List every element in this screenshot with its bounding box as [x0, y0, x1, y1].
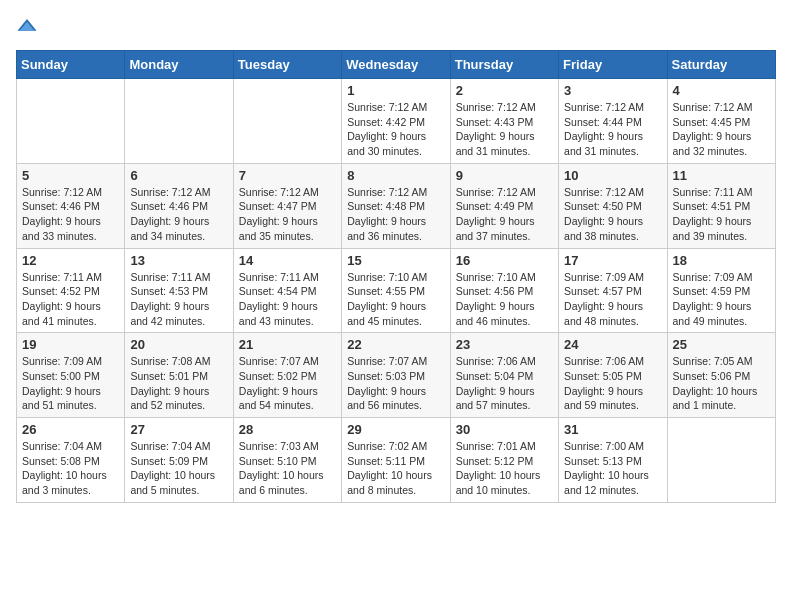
- day-number: 20: [130, 337, 227, 352]
- calendar-cell: 22Sunrise: 7:07 AM Sunset: 5:03 PM Dayli…: [342, 333, 450, 418]
- day-number: 30: [456, 422, 553, 437]
- day-info: Sunrise: 7:05 AM Sunset: 5:06 PM Dayligh…: [673, 354, 770, 413]
- calendar-cell: 16Sunrise: 7:10 AM Sunset: 4:56 PM Dayli…: [450, 248, 558, 333]
- day-number: 17: [564, 253, 661, 268]
- day-number: 27: [130, 422, 227, 437]
- calendar-cell: 4Sunrise: 7:12 AM Sunset: 4:45 PM Daylig…: [667, 79, 775, 164]
- column-header-monday: Monday: [125, 51, 233, 79]
- column-header-thursday: Thursday: [450, 51, 558, 79]
- day-number: 21: [239, 337, 336, 352]
- calendar-cell: 12Sunrise: 7:11 AM Sunset: 4:52 PM Dayli…: [17, 248, 125, 333]
- day-number: 14: [239, 253, 336, 268]
- day-info: Sunrise: 7:12 AM Sunset: 4:46 PM Dayligh…: [130, 185, 227, 244]
- calendar-cell: 18Sunrise: 7:09 AM Sunset: 4:59 PM Dayli…: [667, 248, 775, 333]
- day-info: Sunrise: 7:06 AM Sunset: 5:04 PM Dayligh…: [456, 354, 553, 413]
- calendar-week-2: 5Sunrise: 7:12 AM Sunset: 4:46 PM Daylig…: [17, 163, 776, 248]
- calendar-cell: 14Sunrise: 7:11 AM Sunset: 4:54 PM Dayli…: [233, 248, 341, 333]
- logo: [16, 16, 38, 38]
- calendar-cell: 13Sunrise: 7:11 AM Sunset: 4:53 PM Dayli…: [125, 248, 233, 333]
- calendar-cell: 24Sunrise: 7:06 AM Sunset: 5:05 PM Dayli…: [559, 333, 667, 418]
- day-info: Sunrise: 7:01 AM Sunset: 5:12 PM Dayligh…: [456, 439, 553, 498]
- day-info: Sunrise: 7:09 AM Sunset: 4:57 PM Dayligh…: [564, 270, 661, 329]
- calendar-cell: [17, 79, 125, 164]
- day-number: 29: [347, 422, 444, 437]
- day-number: 7: [239, 168, 336, 183]
- calendar-cell: 3Sunrise: 7:12 AM Sunset: 4:44 PM Daylig…: [559, 79, 667, 164]
- day-number: 28: [239, 422, 336, 437]
- day-info: Sunrise: 7:11 AM Sunset: 4:53 PM Dayligh…: [130, 270, 227, 329]
- day-info: Sunrise: 7:02 AM Sunset: 5:11 PM Dayligh…: [347, 439, 444, 498]
- calendar-cell: 29Sunrise: 7:02 AM Sunset: 5:11 PM Dayli…: [342, 418, 450, 503]
- day-number: 8: [347, 168, 444, 183]
- calendar-cell: [233, 79, 341, 164]
- calendar-cell: 30Sunrise: 7:01 AM Sunset: 5:12 PM Dayli…: [450, 418, 558, 503]
- column-header-friday: Friday: [559, 51, 667, 79]
- calendar-table: SundayMondayTuesdayWednesdayThursdayFrid…: [16, 50, 776, 503]
- calendar-cell: 5Sunrise: 7:12 AM Sunset: 4:46 PM Daylig…: [17, 163, 125, 248]
- calendar-cell: 21Sunrise: 7:07 AM Sunset: 5:02 PM Dayli…: [233, 333, 341, 418]
- day-number: 5: [22, 168, 119, 183]
- day-info: Sunrise: 7:07 AM Sunset: 5:02 PM Dayligh…: [239, 354, 336, 413]
- day-info: Sunrise: 7:06 AM Sunset: 5:05 PM Dayligh…: [564, 354, 661, 413]
- day-number: 6: [130, 168, 227, 183]
- page-header: [16, 16, 776, 38]
- calendar-week-3: 12Sunrise: 7:11 AM Sunset: 4:52 PM Dayli…: [17, 248, 776, 333]
- column-header-wednesday: Wednesday: [342, 51, 450, 79]
- day-number: 1: [347, 83, 444, 98]
- day-info: Sunrise: 7:11 AM Sunset: 4:52 PM Dayligh…: [22, 270, 119, 329]
- logo-icon: [16, 16, 38, 38]
- calendar-cell: 23Sunrise: 7:06 AM Sunset: 5:04 PM Dayli…: [450, 333, 558, 418]
- day-number: 31: [564, 422, 661, 437]
- day-info: Sunrise: 7:11 AM Sunset: 4:51 PM Dayligh…: [673, 185, 770, 244]
- day-info: Sunrise: 7:12 AM Sunset: 4:47 PM Dayligh…: [239, 185, 336, 244]
- day-number: 25: [673, 337, 770, 352]
- day-number: 10: [564, 168, 661, 183]
- day-number: 2: [456, 83, 553, 98]
- calendar-cell: 1Sunrise: 7:12 AM Sunset: 4:42 PM Daylig…: [342, 79, 450, 164]
- day-number: 26: [22, 422, 119, 437]
- calendar-cell: [667, 418, 775, 503]
- day-number: 9: [456, 168, 553, 183]
- day-number: 23: [456, 337, 553, 352]
- day-number: 3: [564, 83, 661, 98]
- calendar-cell: 8Sunrise: 7:12 AM Sunset: 4:48 PM Daylig…: [342, 163, 450, 248]
- day-info: Sunrise: 7:11 AM Sunset: 4:54 PM Dayligh…: [239, 270, 336, 329]
- calendar-cell: 31Sunrise: 7:00 AM Sunset: 5:13 PM Dayli…: [559, 418, 667, 503]
- day-info: Sunrise: 7:04 AM Sunset: 5:09 PM Dayligh…: [130, 439, 227, 498]
- day-number: 22: [347, 337, 444, 352]
- calendar-cell: 2Sunrise: 7:12 AM Sunset: 4:43 PM Daylig…: [450, 79, 558, 164]
- calendar-cell: 25Sunrise: 7:05 AM Sunset: 5:06 PM Dayli…: [667, 333, 775, 418]
- day-info: Sunrise: 7:04 AM Sunset: 5:08 PM Dayligh…: [22, 439, 119, 498]
- day-info: Sunrise: 7:09 AM Sunset: 4:59 PM Dayligh…: [673, 270, 770, 329]
- calendar-cell: 26Sunrise: 7:04 AM Sunset: 5:08 PM Dayli…: [17, 418, 125, 503]
- day-number: 4: [673, 83, 770, 98]
- calendar-cell: 19Sunrise: 7:09 AM Sunset: 5:00 PM Dayli…: [17, 333, 125, 418]
- day-info: Sunrise: 7:12 AM Sunset: 4:46 PM Dayligh…: [22, 185, 119, 244]
- calendar-cell: [125, 79, 233, 164]
- day-info: Sunrise: 7:10 AM Sunset: 4:56 PM Dayligh…: [456, 270, 553, 329]
- calendar-header-row: SundayMondayTuesdayWednesdayThursdayFrid…: [17, 51, 776, 79]
- day-info: Sunrise: 7:12 AM Sunset: 4:48 PM Dayligh…: [347, 185, 444, 244]
- calendar-cell: 10Sunrise: 7:12 AM Sunset: 4:50 PM Dayli…: [559, 163, 667, 248]
- day-number: 19: [22, 337, 119, 352]
- calendar-cell: 28Sunrise: 7:03 AM Sunset: 5:10 PM Dayli…: [233, 418, 341, 503]
- day-info: Sunrise: 7:07 AM Sunset: 5:03 PM Dayligh…: [347, 354, 444, 413]
- day-info: Sunrise: 7:03 AM Sunset: 5:10 PM Dayligh…: [239, 439, 336, 498]
- calendar-week-1: 1Sunrise: 7:12 AM Sunset: 4:42 PM Daylig…: [17, 79, 776, 164]
- day-info: Sunrise: 7:12 AM Sunset: 4:49 PM Dayligh…: [456, 185, 553, 244]
- day-number: 11: [673, 168, 770, 183]
- calendar-cell: 27Sunrise: 7:04 AM Sunset: 5:09 PM Dayli…: [125, 418, 233, 503]
- day-info: Sunrise: 7:12 AM Sunset: 4:50 PM Dayligh…: [564, 185, 661, 244]
- day-info: Sunrise: 7:00 AM Sunset: 5:13 PM Dayligh…: [564, 439, 661, 498]
- calendar-cell: 7Sunrise: 7:12 AM Sunset: 4:47 PM Daylig…: [233, 163, 341, 248]
- day-info: Sunrise: 7:09 AM Sunset: 5:00 PM Dayligh…: [22, 354, 119, 413]
- calendar-cell: 15Sunrise: 7:10 AM Sunset: 4:55 PM Dayli…: [342, 248, 450, 333]
- day-number: 15: [347, 253, 444, 268]
- calendar-cell: 9Sunrise: 7:12 AM Sunset: 4:49 PM Daylig…: [450, 163, 558, 248]
- calendar-week-4: 19Sunrise: 7:09 AM Sunset: 5:00 PM Dayli…: [17, 333, 776, 418]
- day-info: Sunrise: 7:12 AM Sunset: 4:44 PM Dayligh…: [564, 100, 661, 159]
- day-number: 16: [456, 253, 553, 268]
- calendar-cell: 20Sunrise: 7:08 AM Sunset: 5:01 PM Dayli…: [125, 333, 233, 418]
- calendar-cell: 6Sunrise: 7:12 AM Sunset: 4:46 PM Daylig…: [125, 163, 233, 248]
- day-number: 13: [130, 253, 227, 268]
